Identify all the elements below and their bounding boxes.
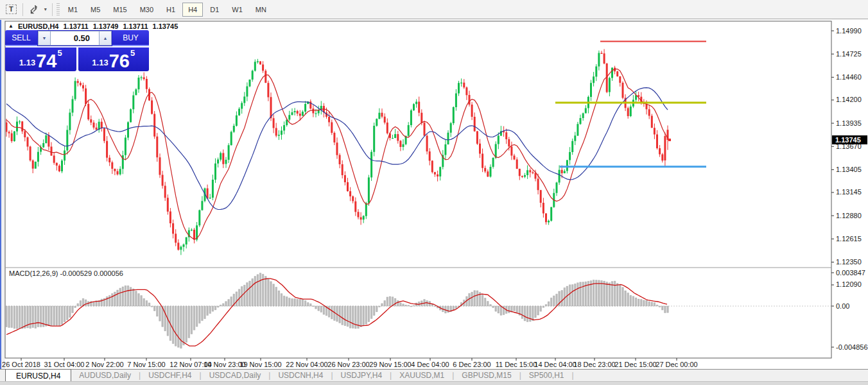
chart-tab-usdcad-daily[interactable]: USDCAD,Daily	[202, 370, 269, 381]
macd-scale-label: 0.003847	[836, 269, 865, 277]
time-axis-label: 18 Dec 23:00	[573, 361, 615, 368]
sell-price-display[interactable]: 1.13 74 5	[5, 47, 76, 71]
time-axis-label: 4 Dec 04:00	[411, 361, 449, 368]
time-axis[interactable]: 26 Oct 201831 Oct 04:002 Nov 22:007 Nov …	[2, 358, 698, 368]
ohlc-low: 1.13711	[123, 22, 148, 30]
chart-tab-eurusd-h4[interactable]: EURUSD,H4	[5, 369, 71, 381]
buy-price-prefix: 1.13	[92, 58, 108, 67]
one-click-trading-panel: SELL ▼ 0.50 ▲ BUY 1.13 74 5 1.13 76 5	[5, 30, 149, 71]
sell-button[interactable]: SELL	[5, 30, 37, 46]
current-price-value: 1.13745	[835, 136, 861, 144]
time-axis-label: 26 Nov 23:00	[327, 361, 369, 368]
price-axis-label: 1.14200	[836, 96, 862, 103]
price-axis-label: 1.13405	[836, 166, 862, 173]
chart-tab-usdchf-h4[interactable]: USDCHF,H4	[141, 370, 199, 381]
price-axis-label: 1.14460	[836, 73, 862, 81]
price-axis-label: 1.13145	[836, 188, 862, 196]
price-axis[interactable]: 1.149901.147251.144601.142001.139351.136…	[831, 27, 867, 289]
chart-tab-audusd-daily[interactable]: AUDUSD,Daily	[71, 370, 139, 381]
time-axis-label: 14 Dec 04:00	[534, 361, 576, 368]
buy-price-main: 76	[109, 53, 130, 69]
macd-plot-layer	[6, 273, 831, 348]
price-axis-label: 1.13935	[836, 119, 862, 127]
volume-input[interactable]: 0.50	[51, 31, 99, 46]
volume-decrease-button[interactable]: ▼	[38, 31, 51, 46]
buy-button[interactable]: BUY	[112, 30, 149, 46]
buy-price-display[interactable]: 1.13 76 5	[78, 47, 150, 71]
direction-up-icon: ▲	[8, 23, 13, 29]
chart-title: ▲ EURUSD,H4 1.13711 1.13749 1.13711 1.13…	[8, 22, 178, 30]
time-axis-label: 19 Nov 15:00	[239, 361, 281, 368]
price-axis-label: 1.14990	[836, 27, 862, 35]
chart-tab-gbpusd-m15[interactable]: GBPUSD,M15	[454, 370, 519, 381]
time-axis-label: 2 Nov 22:00	[85, 361, 123, 368]
time-axis-label: 6 Dec 23:00	[453, 361, 490, 368]
bottom-strip	[0, 381, 868, 385]
chart-tab-sp500-h1[interactable]: SP500,H1	[521, 370, 572, 381]
chart-tab-usdcnh-h4[interactable]: USDCNH,H4	[270, 370, 331, 381]
chart-tab-usdjpy-h4[interactable]: USDJPY,H4	[333, 370, 390, 381]
chart-tab-xauusd-m1[interactable]: XAUUSD,M1	[392, 370, 452, 381]
time-axis-label: 22 Nov 04:00	[286, 361, 327, 368]
price-axis-label: 1.12880	[836, 212, 862, 219]
time-axis-label: 11 Dec 15:00	[496, 361, 537, 368]
horizontal-lines-layer[interactable]	[555, 41, 706, 166]
time-axis-label: 31 Oct 04:00	[44, 361, 85, 368]
macd-histogram	[6, 273, 669, 348]
sell-price-prefix: 1.13	[19, 58, 35, 67]
ohlc-close: 1.13745	[153, 22, 178, 30]
ohlc-high: 1.13749	[93, 22, 119, 30]
time-axis-label: 7 Nov 15:00	[127, 361, 165, 368]
mt4-window: T ▾ M1M5M15M30H1H4D1W1MN	[0, 0, 868, 385]
time-axis-label: 26 Oct 2018	[2, 361, 40, 368]
last-price-dot	[668, 139, 671, 141]
price-plot-layer	[6, 49, 672, 255]
macd-indicator-label: MACD(12,26,9) -0.000529 0.000056	[9, 270, 123, 277]
volume-increase-button[interactable]: ▲	[99, 31, 112, 46]
buy-price-pipette: 5	[130, 48, 135, 58]
chart-symbol-period: EURUSD,H4	[18, 22, 59, 30]
sell-price-pipette: 5	[57, 48, 62, 58]
macd-scale-label: 0.00	[836, 302, 849, 310]
volume-stepper: ▼ 0.50 ▲	[37, 30, 112, 46]
chart-frame: MACD(12,26,9) -0.000529 0.000056	[5, 21, 831, 358]
ohlc-open: 1.13711	[64, 22, 89, 30]
tab-separator: |	[572, 370, 574, 381]
price-axis-label: 1.12350	[836, 258, 862, 266]
price-axis-label: 1.12090	[836, 280, 862, 288]
chart-tab-bar: EURUSD,H4AUDUSD,Daily|USDCHF,H4|USDCAD,D…	[0, 369, 868, 381]
price-axis-label: 1.14725	[836, 50, 862, 58]
down-candle-bodies	[6, 53, 669, 250]
macd-scale-label: -0.004856	[836, 343, 868, 351]
price-axis-label: 1.12615	[836, 235, 862, 243]
time-axis-label: 21 Dec 15:00	[614, 361, 656, 368]
time-axis-label: 27 Dec 00:00	[655, 361, 697, 368]
time-axis-label: 29 Nov 15:00	[369, 361, 411, 368]
sell-price-main: 74	[36, 53, 56, 69]
